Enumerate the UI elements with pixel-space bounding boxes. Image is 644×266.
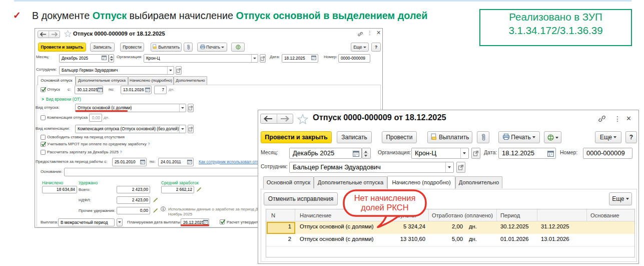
svg-text:долей РКСН: долей РКСН [361,203,408,212]
svg-text:Нет начисления: Нет начисления [354,193,416,202]
